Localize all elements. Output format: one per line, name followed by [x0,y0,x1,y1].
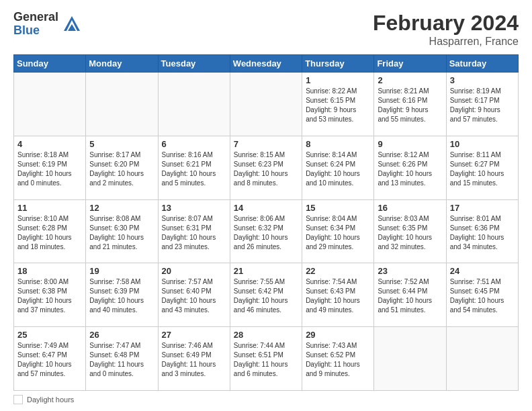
day-info: Sunrise: 8:04 AM Sunset: 6:34 PM Dayligh… [306,214,370,252]
col-tuesday: Tuesday [158,55,230,73]
table-row: 14Sunrise: 8:06 AM Sunset: 6:32 PM Dayli… [230,199,302,263]
day-info: Sunrise: 8:17 AM Sunset: 6:20 PM Dayligh… [89,150,154,188]
day-info: Sunrise: 7:46 AM Sunset: 6:49 PM Dayligh… [162,341,226,379]
col-wednesday: Wednesday [230,55,302,73]
day-number: 26 [89,330,154,340]
day-number: 17 [450,203,515,213]
table-row: 20Sunrise: 7:57 AM Sunset: 6:40 PM Dayli… [158,263,230,327]
day-number: 9 [378,139,442,149]
table-row: 1Sunrise: 8:22 AM Sunset: 6:15 PM Daylig… [302,73,374,136]
calendar-week-row: 4Sunrise: 8:18 AM Sunset: 6:19 PM Daylig… [14,136,519,199]
day-number: 24 [450,266,515,276]
day-number: 3 [450,75,515,85]
day-number: 6 [162,139,226,149]
day-info: Sunrise: 8:07 AM Sunset: 6:31 PM Dayligh… [162,214,226,252]
day-info: Sunrise: 8:10 AM Sunset: 6:28 PM Dayligh… [17,214,82,252]
day-info: Sunrise: 8:14 AM Sunset: 6:24 PM Dayligh… [306,150,370,188]
table-row: 11Sunrise: 8:10 AM Sunset: 6:28 PM Dayli… [14,199,86,263]
day-info: Sunrise: 8:00 AM Sunset: 6:38 PM Dayligh… [17,277,82,315]
table-row: 22Sunrise: 7:54 AM Sunset: 6:43 PM Dayli… [302,263,374,327]
day-info: Sunrise: 7:54 AM Sunset: 6:43 PM Dayligh… [306,277,370,315]
table-row: 8Sunrise: 8:14 AM Sunset: 6:24 PM Daylig… [302,136,374,199]
table-row [86,73,158,136]
day-number: 16 [378,203,442,213]
col-monday: Monday [86,55,158,73]
logo-icon [62,15,81,34]
day-number: 25 [17,330,82,340]
col-friday: Friday [374,55,446,73]
table-row [158,73,230,136]
day-info: Sunrise: 7:49 AM Sunset: 6:47 PM Dayligh… [17,341,82,379]
table-row [446,327,518,391]
calendar-week-row: 18Sunrise: 8:00 AM Sunset: 6:38 PM Dayli… [14,263,519,327]
logo-blue: Blue [13,24,58,38]
day-number: 5 [89,139,154,149]
table-row: 21Sunrise: 7:55 AM Sunset: 6:42 PM Dayli… [230,263,302,327]
day-number: 27 [162,330,226,340]
day-number: 14 [234,203,298,213]
day-number: 23 [378,266,442,276]
day-info: Sunrise: 8:16 AM Sunset: 6:21 PM Dayligh… [162,150,226,188]
table-row: 23Sunrise: 7:52 AM Sunset: 6:44 PM Dayli… [374,263,446,327]
day-info: Sunrise: 7:57 AM Sunset: 6:40 PM Dayligh… [162,277,226,315]
calendar-week-row: 11Sunrise: 8:10 AM Sunset: 6:28 PM Dayli… [14,199,519,263]
footer: Daylight hours [13,395,519,404]
day-info: Sunrise: 7:55 AM Sunset: 6:42 PM Dayligh… [234,277,298,315]
header: General Blue February 2024 Hasparren, Fr… [13,11,519,48]
day-info: Sunrise: 8:21 AM Sunset: 6:16 PM Dayligh… [378,87,442,124]
table-row: 29Sunrise: 7:43 AM Sunset: 6:52 PM Dayli… [302,327,374,391]
table-row [374,327,446,391]
day-number: 7 [234,139,298,149]
day-info: Sunrise: 8:08 AM Sunset: 6:30 PM Dayligh… [89,214,154,252]
day-number: 20 [162,266,226,276]
table-row: 6Sunrise: 8:16 AM Sunset: 6:21 PM Daylig… [158,136,230,199]
day-number: 11 [17,203,82,213]
day-number: 2 [378,75,442,85]
table-row: 2Sunrise: 8:21 AM Sunset: 6:16 PM Daylig… [374,73,446,136]
day-number: 10 [450,139,515,149]
day-info: Sunrise: 7:43 AM Sunset: 6:52 PM Dayligh… [306,341,370,379]
table-row: 9Sunrise: 8:12 AM Sunset: 6:26 PM Daylig… [374,136,446,199]
title-block: February 2024 Hasparren, France [373,11,519,48]
logo: General Blue [13,11,81,38]
table-row: 15Sunrise: 8:04 AM Sunset: 6:34 PM Dayli… [302,199,374,263]
day-number: 1 [306,75,370,85]
day-info: Sunrise: 8:11 AM Sunset: 6:27 PM Dayligh… [450,150,515,188]
day-info: Sunrise: 8:18 AM Sunset: 6:19 PM Dayligh… [17,150,82,188]
day-number: 12 [89,203,154,213]
table-row: 28Sunrise: 7:44 AM Sunset: 6:51 PM Dayli… [230,327,302,391]
footer-label: Daylight hours [27,396,74,404]
calendar-week-row: 1Sunrise: 8:22 AM Sunset: 6:15 PM Daylig… [14,73,519,136]
day-info: Sunrise: 7:51 AM Sunset: 6:45 PM Dayligh… [450,277,515,315]
col-sunday: Sunday [14,55,86,73]
table-row: 16Sunrise: 8:03 AM Sunset: 6:35 PM Dayli… [374,199,446,263]
day-number: 18 [17,266,82,276]
day-info: Sunrise: 8:03 AM Sunset: 6:35 PM Dayligh… [378,214,442,252]
day-number: 28 [234,330,298,340]
day-info: Sunrise: 8:06 AM Sunset: 6:32 PM Dayligh… [234,214,298,252]
footer-box [13,395,23,404]
day-number: 29 [306,330,370,340]
subtitle: Hasparren, France [373,36,519,48]
day-number: 8 [306,139,370,149]
page: General Blue February 2024 Hasparren, Fr… [0,0,532,411]
table-row: 27Sunrise: 7:46 AM Sunset: 6:49 PM Dayli… [158,327,230,391]
table-row: 5Sunrise: 8:17 AM Sunset: 6:20 PM Daylig… [86,136,158,199]
calendar-table: Sunday Monday Tuesday Wednesday Thursday… [13,54,519,391]
day-info: Sunrise: 7:44 AM Sunset: 6:51 PM Dayligh… [234,341,298,379]
day-info: Sunrise: 8:15 AM Sunset: 6:23 PM Dayligh… [234,150,298,188]
day-info: Sunrise: 7:58 AM Sunset: 6:39 PM Dayligh… [89,277,154,315]
col-thursday: Thursday [302,55,374,73]
logo-general: General [13,11,58,24]
table-row: 12Sunrise: 8:08 AM Sunset: 6:30 PM Dayli… [86,199,158,263]
day-info: Sunrise: 7:52 AM Sunset: 6:44 PM Dayligh… [378,277,442,315]
table-row: 13Sunrise: 8:07 AM Sunset: 6:31 PM Dayli… [158,199,230,263]
calendar-week-row: 25Sunrise: 7:49 AM Sunset: 6:47 PM Dayli… [14,327,519,391]
table-row: 24Sunrise: 7:51 AM Sunset: 6:45 PM Dayli… [446,263,518,327]
day-info: Sunrise: 7:47 AM Sunset: 6:48 PM Dayligh… [89,341,154,379]
table-row: 7Sunrise: 8:15 AM Sunset: 6:23 PM Daylig… [230,136,302,199]
table-row: 25Sunrise: 7:49 AM Sunset: 6:47 PM Dayli… [14,327,86,391]
day-number: 13 [162,203,226,213]
table-row [230,73,302,136]
day-number: 22 [306,266,370,276]
